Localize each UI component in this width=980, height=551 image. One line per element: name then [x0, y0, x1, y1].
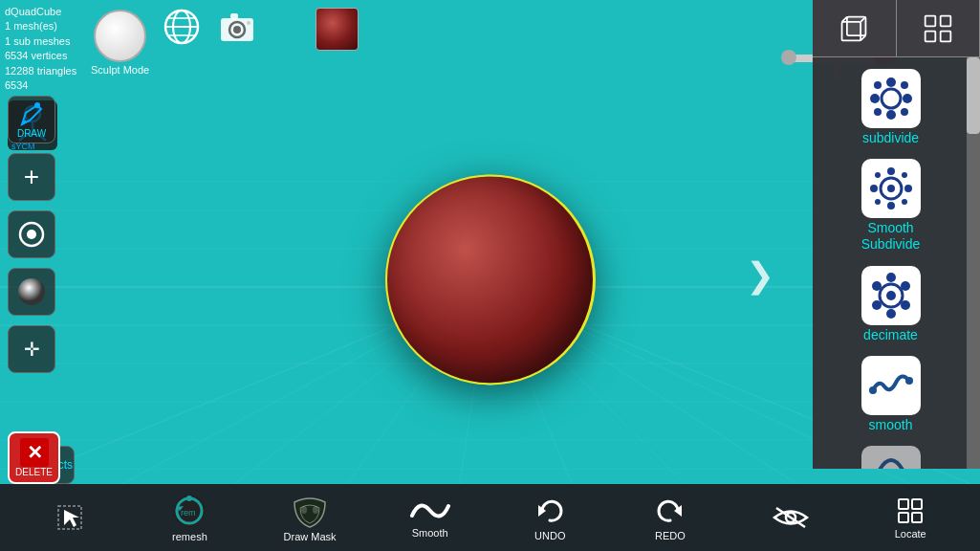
- svg-point-27: [233, 26, 241, 33]
- svg-point-84: [872, 281, 882, 291]
- svg-rect-105: [912, 513, 922, 522]
- remesh-label: remesh: [172, 531, 207, 542]
- decimate-icon: [861, 266, 921, 325]
- svg-point-72: [875, 172, 881, 178]
- draw-label: DRAW: [17, 128, 46, 139]
- top-toolbar: [163, 8, 256, 46]
- svg-point-88: [905, 377, 913, 385]
- globe-icon[interactable]: [163, 8, 201, 46]
- smooth-subdivide-item[interactable]: Smooth Subdivide: [817, 155, 965, 256]
- svg-point-68: [887, 167, 895, 175]
- hide-button[interactable]: [762, 503, 819, 532]
- right-panel: subdivide: [813, 0, 980, 469]
- extra-icon: [861, 446, 921, 469]
- smooth-label: smooth: [869, 417, 913, 432]
- svg-point-59: [886, 110, 896, 120]
- svg-point-85: [886, 291, 896, 300]
- draw-mask-button[interactable]: Draw Mask: [281, 493, 338, 542]
- delete-button-area: ✕ DELETE: [8, 431, 60, 484]
- panel-items-list: subdivide: [813, 57, 980, 469]
- subdivide-icon: [861, 69, 921, 128]
- left-sidebar: DRAW + ✛: [8, 96, 55, 373]
- bottom-toolbar: rem remesh Draw Mask Smooth: [0, 484, 980, 551]
- object-info: dQuadCube 1 mesh(es) 1 sub meshes 6534 v…: [5, 5, 76, 93]
- undo-button[interactable]: UNDO: [521, 494, 578, 541]
- svg-text:✛: ✛: [24, 339, 40, 360]
- sculpt-mode-button[interactable]: Sculpt Mode: [91, 10, 149, 76]
- panel-scrollbar-thumb[interactable]: [967, 57, 980, 134]
- draw-mask-label: Draw Mask: [284, 531, 337, 542]
- circle-tool-button[interactable]: [8, 210, 55, 258]
- viewport: dQuadCube 1 mesh(es) 1 sub meshes 6534 v…: [0, 0, 980, 551]
- redo-button[interactable]: REDO: [642, 494, 699, 541]
- sculpt-mode-label: Sculpt Mode: [91, 64, 149, 76]
- svg-rect-104: [899, 513, 908, 522]
- locate-button[interactable]: Locate: [882, 496, 939, 540]
- smooth-icon: [861, 356, 921, 415]
- svg-point-96: [301, 506, 307, 514]
- add-icon: +: [24, 164, 39, 190]
- vertices: 6534 vertices: [5, 49, 76, 63]
- camera-photo-icon[interactable]: [218, 8, 256, 46]
- svg-text:✕: ✕: [26, 442, 42, 463]
- code: 6534: [5, 78, 76, 93]
- redo-label: REDO: [655, 530, 686, 541]
- svg-rect-102: [899, 499, 908, 509]
- svg-point-82: [886, 309, 896, 319]
- select-cursor-button[interactable]: [41, 502, 98, 533]
- subdivide-item[interactable]: subdivide: [817, 65, 965, 149]
- svg-rect-53: [940, 15, 950, 26]
- smooth-bottom-button[interactable]: Smooth: [402, 496, 459, 539]
- 3d-sphere[interactable]: [385, 174, 596, 385]
- object-name: dQuadCube: [5, 5, 76, 19]
- grid-view-tab[interactable]: [897, 0, 981, 56]
- svg-point-36: [781, 50, 796, 65]
- extra-item[interactable]: [817, 442, 965, 469]
- brush-tool-button[interactable]: [8, 268, 55, 316]
- svg-point-97: [313, 506, 318, 514]
- panel-expand-arrow[interactable]: ❯: [746, 255, 774, 296]
- svg-point-80: [901, 281, 910, 291]
- smooth-item[interactable]: smooth: [817, 352, 965, 436]
- svg-text:rem: rem: [181, 508, 196, 518]
- svg-point-76: [887, 185, 895, 192]
- smooth-subdivide-label: Smooth Subdivide: [861, 220, 921, 253]
- svg-point-89: [868, 446, 914, 469]
- panel-scrollbar-track[interactable]: [967, 57, 980, 469]
- decimate-item[interactable]: decimate: [817, 262, 965, 346]
- locate-label: Locate: [895, 528, 926, 540]
- svg-point-44: [27, 230, 36, 239]
- svg-rect-55: [940, 31, 950, 41]
- svg-point-45: [18, 278, 45, 305]
- panel-header: [813, 0, 980, 57]
- move-tool-button[interactable]: ✛: [8, 325, 55, 373]
- svg-point-29: [247, 21, 250, 25]
- svg-point-71: [904, 185, 912, 192]
- decimate-label: decimate: [863, 327, 918, 342]
- triangles: 12288 triangles: [5, 64, 76, 78]
- remesh-button[interactable]: rem remesh: [161, 493, 218, 542]
- undo-label: UNDO: [534, 530, 565, 541]
- subdivide-label: subdivide: [862, 130, 919, 145]
- svg-point-63: [901, 81, 908, 89]
- smooth-subdivide-icon: [861, 159, 921, 218]
- delete-button[interactable]: ✕ DELETE: [8, 431, 60, 484]
- svg-point-93: [186, 496, 192, 501]
- svg-point-81: [901, 300, 910, 310]
- svg-point-65: [901, 108, 908, 116]
- svg-point-75: [902, 199, 907, 205]
- svg-point-61: [903, 94, 912, 103]
- svg-point-73: [902, 172, 907, 178]
- svg-point-60: [870, 94, 880, 103]
- svg-point-74: [875, 199, 881, 205]
- delete-label: DELETE: [15, 467, 53, 477]
- svg-rect-54: [925, 31, 935, 41]
- draw-tool-button[interactable]: DRAW: [8, 96, 55, 143]
- svg-point-62: [874, 81, 882, 89]
- add-tool-button[interactable]: +: [8, 153, 55, 201]
- svg-point-83: [872, 300, 882, 310]
- svg-point-87: [869, 386, 877, 394]
- object-preview-thumbnail[interactable]: [316, 8, 359, 51]
- svg-point-42: [34, 102, 40, 108]
- cube-view-tab[interactable]: [813, 0, 897, 56]
